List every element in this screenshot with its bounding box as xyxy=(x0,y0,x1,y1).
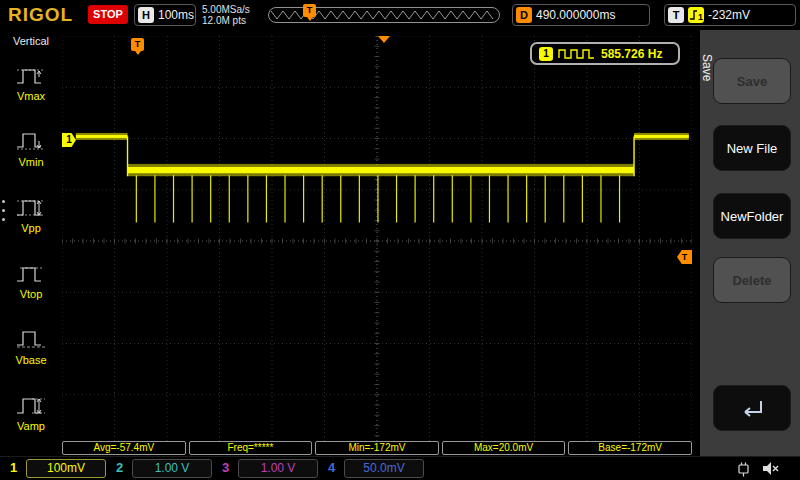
delay-value: 490.000000ms xyxy=(536,8,615,22)
menu-tab-save: Save xyxy=(700,54,714,81)
bottom-bar: 1 100mV 2 1.00 V 3 1.00 V 4 50.0mV xyxy=(0,456,800,480)
vtop-icon xyxy=(14,261,48,287)
menu-panel: Save Save New File NewFolder Delete xyxy=(700,30,800,480)
frequency-counter: 1 585.726 Hz xyxy=(530,42,680,65)
menu-scroll-indicator xyxy=(2,200,5,221)
frequency-counter-channel: 1 xyxy=(539,47,553,61)
measure-item-vbase[interactable]: Vbase xyxy=(0,313,62,379)
horizontal-scale-group[interactable]: H 100ms xyxy=(134,4,196,26)
delay-icon: D xyxy=(516,7,532,23)
top-bar: RIGOL STOP H 100ms 5.00MSa/s 12.0M pts T… xyxy=(0,0,800,30)
waveform-minimap[interactable]: T xyxy=(268,7,500,23)
channel-2-number[interactable]: 2 xyxy=(116,460,123,475)
measurement-base: Base=-172mV xyxy=(568,441,692,455)
ch1-waveform xyxy=(62,36,692,446)
new-file-button[interactable]: New File xyxy=(713,125,791,171)
channel-2-scale[interactable]: 1.00 V xyxy=(132,459,212,478)
new-folder-button[interactable]: NewFolder xyxy=(713,193,791,239)
trigger-icon: T xyxy=(668,7,684,23)
measure-item-label: Vamp xyxy=(17,420,45,432)
frequency-counter-value: 585.726 Hz xyxy=(601,47,662,61)
trigger-position-indicator xyxy=(378,36,390,43)
vmax-icon xyxy=(14,63,48,89)
measurement-avg: Avg=-57.4mV xyxy=(62,441,186,455)
channel-4-scale[interactable]: 50.0mV xyxy=(344,459,424,478)
measurement-max: Max=20.0mV xyxy=(442,441,566,455)
channel-1-number[interactable]: 1 xyxy=(10,460,17,475)
trigger-level-value: -232mV xyxy=(708,8,750,22)
speaker-muted-icon xyxy=(760,459,782,479)
measure-item-vmax[interactable]: Vmax xyxy=(0,49,62,115)
measure-item-label: Vmax xyxy=(17,90,45,102)
brand-logo: RIGOL xyxy=(8,4,73,26)
measure-item-label: Vmin xyxy=(18,156,43,168)
measurement-results: Avg=-57.4mV Freq=***** Min=-172mV Max=20… xyxy=(62,441,692,455)
run-state-badge: STOP xyxy=(88,5,128,24)
return-arrow-icon xyxy=(735,395,769,421)
measure-menu-title: Vertical xyxy=(0,35,62,47)
measure-menu: Vertical Vmax Vmin Vpp xyxy=(0,30,62,480)
vamp-icon xyxy=(14,393,48,419)
trigger-source-badge: 1 xyxy=(688,7,704,23)
horizontal-icon: H xyxy=(138,7,154,23)
memory-depth: 12.0M pts xyxy=(202,15,250,26)
save-button[interactable]: Save xyxy=(713,58,791,104)
trigger-time-marker[interactable]: T xyxy=(131,38,144,51)
back-button[interactable] xyxy=(713,385,791,431)
measure-item-vamp[interactable]: Vamp xyxy=(0,379,62,445)
channel-4-number[interactable]: 4 xyxy=(328,460,335,475)
measurement-min: Min=-172mV xyxy=(315,441,439,455)
minimap-trigger-marker[interactable]: T xyxy=(303,4,316,17)
horizontal-scale-value: 100ms xyxy=(158,8,194,22)
acquisition-info: 5.00MSa/s 12.0M pts xyxy=(202,4,250,26)
measure-item-label: Vtop xyxy=(20,288,43,300)
trigger-group[interactable]: T 1 -232mV xyxy=(664,4,796,26)
usb-icon xyxy=(734,459,754,479)
vbase-icon xyxy=(14,327,48,353)
channel-3-number[interactable]: 3 xyxy=(222,460,229,475)
measure-item-vmin[interactable]: Vmin xyxy=(0,115,62,181)
sample-rate: 5.00MSa/s xyxy=(202,4,250,15)
square-wave-icon xyxy=(558,48,596,60)
measure-item-label: Vpp xyxy=(21,222,41,234)
delete-button[interactable]: Delete xyxy=(713,257,791,303)
vmin-icon xyxy=(14,129,48,155)
svg-text:1: 1 xyxy=(698,12,703,22)
channel-3-scale[interactable]: 1.00 V xyxy=(238,459,318,478)
display-area: T 1 T xyxy=(62,36,692,446)
channel-1-scale[interactable]: 100mV xyxy=(26,459,106,478)
measurement-freq: Freq=***** xyxy=(189,441,313,455)
measure-item-vtop[interactable]: Vtop xyxy=(0,247,62,313)
oscilloscope-screen: RIGOL STOP H 100ms 5.00MSa/s 12.0M pts T… xyxy=(0,0,800,480)
delay-group[interactable]: D 490.000000ms xyxy=(512,4,650,26)
measure-item-vpp[interactable]: Vpp xyxy=(0,181,62,247)
vpp-icon xyxy=(14,195,48,221)
rising-edge-icon: 1 xyxy=(688,7,704,23)
measure-item-label: Vbase xyxy=(15,354,46,366)
